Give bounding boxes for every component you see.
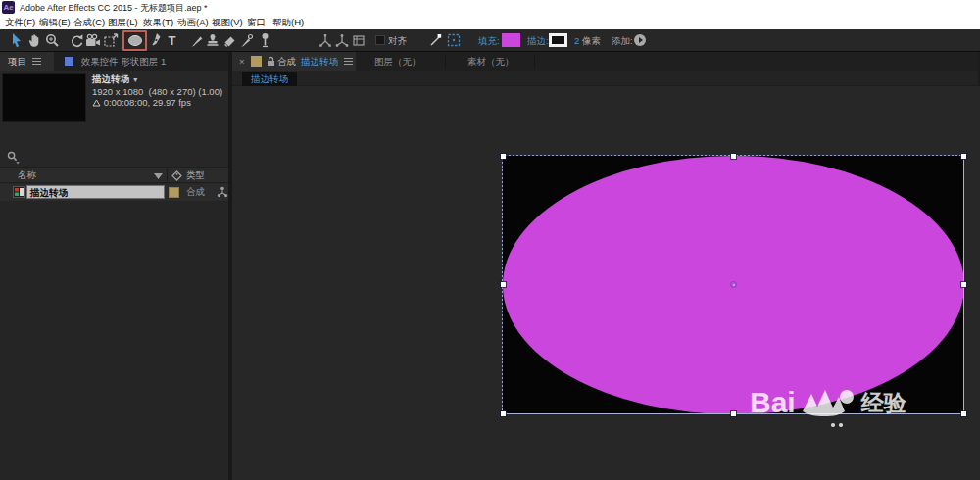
fill-label[interactable]: 填充:: [478, 35, 500, 48]
stroke-width-value[interactable]: 2: [574, 35, 579, 46]
project-search-row[interactable]: [0, 147, 228, 168]
item-name-field[interactable]: 描边转场: [26, 185, 165, 199]
item-type: 合成: [186, 186, 205, 199]
menu-view[interactable]: 视图(V): [212, 17, 243, 29]
menu-layer[interactable]: 图层(L): [108, 17, 138, 29]
column-type[interactable]: 类型: [186, 169, 205, 182]
item-label-color[interactable]: [169, 187, 179, 198]
brush-tool-icon[interactable]: [188, 30, 204, 50]
stroke-color-swatch[interactable]: [549, 33, 567, 47]
menu-effect[interactable]: 效果(T): [143, 17, 173, 29]
menu-bar: 文件(F) 编辑(E) 合成(C) 图层(L) 效果(T) 动画(A) 视图(V…: [0, 15, 980, 29]
tab-composition-active[interactable]: × 合成 描边转场: [232, 52, 356, 71]
comp-tabbar: × 合成 描边转场 图层（无） 素材（无）: [232, 52, 980, 71]
label-column-icon[interactable]: [172, 170, 182, 181]
camera-tool-icon[interactable]: [84, 30, 101, 50]
selection-tool-icon[interactable]: [9, 30, 24, 50]
mask-feather-icon[interactable]: [446, 30, 461, 50]
axis-local-icon[interactable]: [318, 30, 332, 50]
snap-checkbox[interactable]: [375, 35, 385, 45]
preview-dropdown-arrow[interactable]: ▼: [132, 76, 139, 83]
search-icon: [7, 151, 21, 165]
handle-top-center[interactable]: [731, 154, 736, 159]
handle-bottom-left[interactable]: [501, 411, 506, 416]
composition-panel: × 合成 描边转场 图层（无） 素材（无） 描边转场: [232, 52, 980, 480]
handle-bottom-center[interactable]: [731, 411, 736, 416]
comp-viewer-row: 描边转场: [232, 71, 980, 86]
preview-comp-name: 描边转场: [92, 73, 129, 84]
stamp-tool-icon[interactable]: [205, 30, 220, 50]
bezier-node-icon[interactable]: [428, 30, 442, 50]
flowchart-icon[interactable]: [217, 186, 228, 198]
menu-composition[interactable]: 合成(C): [74, 17, 105, 29]
menu-help[interactable]: 帮助(H): [272, 17, 304, 29]
axis-view-icon[interactable]: [351, 30, 366, 50]
app-icon: Ae: [2, 1, 15, 14]
handle-bottom-right[interactable]: [961, 411, 966, 416]
project-list-header: 名称 类型: [0, 168, 228, 183]
puppet-pin-tool-icon[interactable]: [257, 30, 272, 50]
duration-icon: [92, 99, 101, 107]
comp-color-chip: [251, 56, 262, 67]
preview-duration-line: 0:00:08:00, 29.97 fps: [92, 97, 222, 109]
eraser-tool-icon[interactable]: [221, 30, 237, 50]
zoom-tool-icon[interactable]: [44, 30, 61, 50]
pan-behind-tool-icon[interactable]: [102, 30, 119, 50]
project-panel-menu-icon[interactable]: [32, 58, 41, 65]
menu-window[interactable]: 窗口: [247, 17, 266, 29]
preview-size-line: 1920 x 1080 (480 x 270) (1.00): [92, 86, 222, 98]
lock-icon: [267, 56, 275, 67]
menu-file[interactable]: 文件(F): [5, 17, 35, 29]
tab-comp-name: 描边转场: [301, 52, 338, 71]
comp-viewport[interactable]: Bai 经验: [232, 86, 980, 480]
comp-viewer-tab[interactable]: 描边转场: [242, 72, 297, 86]
project-tabbar: 项目 效果控件 形状图层 1: [0, 52, 228, 71]
tab-footage[interactable]: 素材（无）: [467, 52, 514, 71]
tab-separator: [445, 54, 446, 69]
menu-edit[interactable]: 编辑(E): [39, 17, 71, 29]
hand-tool-icon[interactable]: [26, 30, 43, 50]
tab-close-icon[interactable]: ×: [239, 52, 245, 71]
window-title: Adobe After Effects CC 2015 - 无标题项目.aep …: [20, 2, 207, 15]
project-item-row[interactable]: 描边转场 合成: [0, 184, 228, 201]
roto-brush-tool-icon[interactable]: [238, 30, 254, 50]
handle-top-left[interactable]: [501, 154, 506, 159]
add-shape-button[interactable]: [634, 34, 646, 46]
ellipse-tool-icon[interactable]: [125, 30, 145, 50]
project-preview-info: 描边转场 ▼ 1920 x 1080 (480 x 270) (1.00) 0:…: [92, 73, 222, 109]
tab-layer[interactable]: 图层（无）: [374, 52, 421, 71]
tab-effect-controls[interactable]: 效果控件 形状图层 1: [57, 52, 228, 71]
snap-label: 对齐: [388, 35, 407, 48]
title-bar: Ae Adobe After Effects CC 2015 - 无标题项目.a…: [0, 0, 980, 15]
type-tool-icon[interactable]: T: [165, 30, 179, 50]
tool-bar: T 对齐 填充:: [0, 29, 980, 52]
tab-project[interactable]: 项目: [0, 52, 54, 71]
pen-tool-icon[interactable]: [148, 30, 164, 50]
project-list-empty-area: [0, 201, 228, 480]
column-name[interactable]: 名称: [18, 169, 36, 182]
project-panel: 项目 效果控件 形状图层 1 描边转场 ▼ 1920 x 1080 (480 x…: [0, 52, 228, 480]
handle-middle-right[interactable]: [961, 282, 966, 287]
add-label: 添加:: [612, 35, 633, 48]
menu-animation[interactable]: 动画(A): [177, 17, 209, 29]
comp-panel-menu-icon[interactable]: [344, 58, 353, 65]
composition-item-icon: [13, 186, 25, 198]
tab-panel-name: 合成: [277, 52, 296, 71]
sort-arrow-icon[interactable]: [154, 173, 163, 179]
tab-separator: [534, 54, 535, 69]
handle-middle-left[interactable]: [501, 282, 506, 287]
stroke-width-unit: 像素: [582, 35, 601, 48]
after-effects-window: Ae Adobe After Effects CC 2015 - 无标题项目.a…: [0, 0, 980, 480]
fill-color-swatch[interactable]: [502, 33, 520, 47]
stroke-label[interactable]: 描边:: [527, 35, 549, 48]
rotate-tool-icon[interactable]: [69, 30, 84, 50]
composition-frame: [503, 156, 964, 414]
axis-world-icon[interactable]: [334, 30, 349, 50]
effect-controls-icon: [65, 57, 74, 66]
project-preview-thumbnail: [2, 73, 86, 122]
anchor-point[interactable]: [730, 281, 737, 288]
handle-top-right[interactable]: [961, 154, 966, 159]
